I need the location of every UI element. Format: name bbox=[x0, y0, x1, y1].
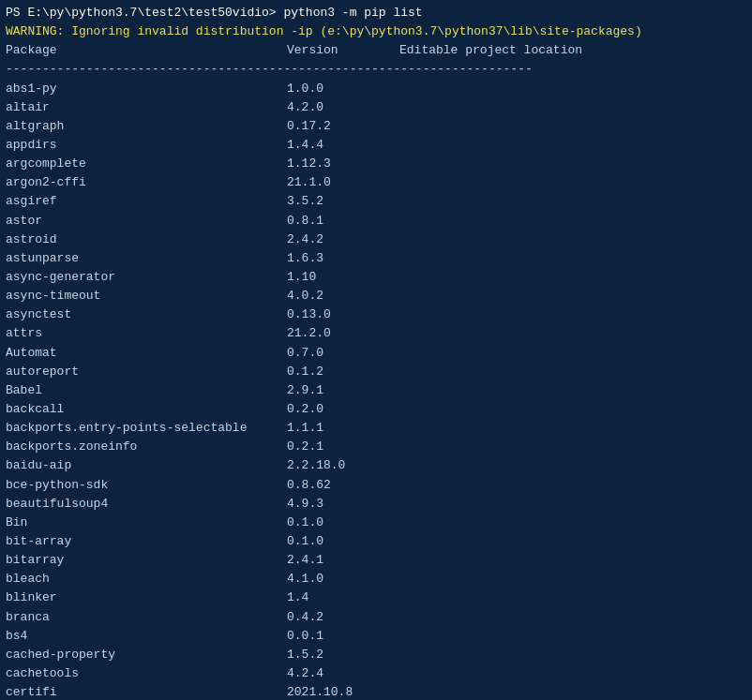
pkg-name: argcomplete bbox=[6, 155, 287, 173]
table-row: certifi2021.10.8 bbox=[6, 683, 746, 700]
table-row: async-timeout4.0.2 bbox=[6, 287, 746, 305]
pkg-name: beautifulsoup4 bbox=[6, 495, 287, 514]
pkg-name: blinker bbox=[6, 588, 287, 607]
pkg-version: 0.1.2 bbox=[287, 363, 399, 381]
pkg-version: 1.5.2 bbox=[287, 646, 399, 664]
table-row: astroid2.4.2 bbox=[6, 231, 746, 249]
pkg-name: bit-array bbox=[6, 532, 287, 551]
pkg-name: asgiref bbox=[6, 192, 287, 211]
col-version: Version bbox=[287, 41, 399, 60]
separator-line: ----------------------------------------… bbox=[6, 60, 746, 79]
pkg-version: 2021.10.8 bbox=[287, 683, 399, 700]
pkg-name: async-timeout bbox=[6, 287, 287, 305]
table-row: Babel2.9.1 bbox=[6, 381, 746, 400]
pkg-version: 3.5.2 bbox=[287, 192, 399, 211]
table-row: appdirs1.4.4 bbox=[6, 136, 746, 155]
pkg-name: asynctest bbox=[6, 305, 287, 324]
table-row: autoreport0.1.2 bbox=[6, 363, 746, 381]
pkg-name: astunparse bbox=[6, 249, 287, 268]
table-row: blinker1.4 bbox=[6, 588, 746, 607]
pkg-version: 0.8.62 bbox=[287, 476, 399, 495]
pkg-version: 21.1.0 bbox=[287, 173, 399, 192]
table-row: branca0.4.2 bbox=[6, 608, 746, 627]
pkg-name: attrs bbox=[6, 324, 287, 343]
warning-line: WARNING: Ignoring invalid distribution -… bbox=[6, 22, 746, 41]
pkg-version: 4.2.0 bbox=[287, 98, 399, 117]
table-row: bleach4.1.0 bbox=[6, 570, 746, 588]
table-row: baidu-aip2.2.18.0 bbox=[6, 456, 746, 475]
pkg-version: 4.0.2 bbox=[287, 287, 399, 305]
table-row: backports.entry-points-selectable1.1.1 bbox=[6, 419, 746, 438]
table-row: cachetools4.2.4 bbox=[6, 664, 746, 683]
table-row: altgraph0.17.2 bbox=[6, 117, 746, 136]
table-row: asgiref3.5.2 bbox=[6, 192, 746, 211]
pkg-name: appdirs bbox=[6, 136, 287, 155]
pkg-version: 4.9.3 bbox=[287, 495, 399, 514]
pkg-version: 0.17.2 bbox=[287, 117, 399, 136]
pkg-name: abs1-py bbox=[6, 80, 287, 98]
pkg-version: 0.0.1 bbox=[287, 627, 399, 646]
table-row: astunparse1.6.3 bbox=[6, 249, 746, 268]
pkg-version: 0.13.0 bbox=[287, 305, 399, 324]
pkg-version: 2.2.18.0 bbox=[287, 456, 399, 475]
table-row: argon2-cffi21.1.0 bbox=[6, 173, 746, 192]
table-row: async-generator1.10 bbox=[6, 268, 746, 287]
table-row: asynctest0.13.0 bbox=[6, 305, 746, 324]
table-row: abs1-py1.0.0 bbox=[6, 80, 746, 98]
pkg-name: altair bbox=[6, 98, 287, 117]
terminal-window: PS E:\py\python3.7\test2\test50vidio> py… bbox=[0, 0, 752, 700]
pkg-version: 2.4.1 bbox=[287, 551, 399, 570]
table-row: astor0.8.1 bbox=[6, 212, 746, 231]
pkg-version: 0.2.0 bbox=[287, 400, 399, 419]
pkg-name: bitarray bbox=[6, 551, 287, 570]
col-editable: Editable project location bbox=[399, 41, 582, 60]
pkg-version: 4.1.0 bbox=[287, 570, 399, 588]
pkg-name: Automat bbox=[6, 344, 287, 363]
table-row: bit-array0.1.0 bbox=[6, 532, 746, 551]
table-row: beautifulsoup44.9.3 bbox=[6, 495, 746, 514]
pkg-version: 4.2.4 bbox=[287, 664, 399, 683]
pkg-name: bs4 bbox=[6, 627, 287, 646]
pkg-version: 1.1.1 bbox=[287, 419, 399, 438]
pkg-name: Bin bbox=[6, 514, 287, 532]
pkg-version: 0.1.0 bbox=[287, 514, 399, 532]
pkg-name: baidu-aip bbox=[6, 456, 287, 475]
table-row: argcomplete1.12.3 bbox=[6, 155, 746, 173]
pkg-version: 1.12.3 bbox=[287, 155, 399, 173]
table-row: attrs21.2.0 bbox=[6, 324, 746, 343]
pkg-version: 1.0.0 bbox=[287, 80, 399, 98]
pkg-version: 2.4.2 bbox=[287, 231, 399, 249]
table-row: backports.zoneinfo0.2.1 bbox=[6, 438, 746, 456]
table-row: Bin0.1.0 bbox=[6, 514, 746, 532]
table-row: Automat0.7.0 bbox=[6, 344, 746, 363]
table-header: Package Version Editable project locatio… bbox=[6, 41, 746, 60]
pkg-version: 2.9.1 bbox=[287, 381, 399, 400]
pkg-version: 1.6.3 bbox=[287, 249, 399, 268]
pkg-name: branca bbox=[6, 608, 287, 627]
pkg-name: async-generator bbox=[6, 268, 287, 287]
table-row: backcall0.2.0 bbox=[6, 400, 746, 419]
pkg-name: cachetools bbox=[6, 664, 287, 683]
pkg-name: bleach bbox=[6, 570, 287, 588]
pkg-name: backports.entry-points-selectable bbox=[6, 419, 287, 438]
pkg-version: 0.8.1 bbox=[287, 212, 399, 231]
table-row: cached-property1.5.2 bbox=[6, 646, 746, 664]
pkg-version: 21.2.0 bbox=[287, 324, 399, 343]
pkg-version: 0.4.2 bbox=[287, 608, 399, 627]
package-list: abs1-py1.0.0altair4.2.0altgraph0.17.2app… bbox=[6, 80, 746, 700]
command-line: PS E:\py\python3.7\test2\test50vidio> py… bbox=[6, 4, 746, 22]
table-row: bitarray2.4.1 bbox=[6, 551, 746, 570]
pkg-name: backports.zoneinfo bbox=[6, 438, 287, 456]
table-row: altair4.2.0 bbox=[6, 98, 746, 117]
pkg-name: Babel bbox=[6, 381, 287, 400]
pkg-version: 0.7.0 bbox=[287, 344, 399, 363]
pkg-version: 1.4.4 bbox=[287, 136, 399, 155]
pkg-name: bce-python-sdk bbox=[6, 476, 287, 495]
table-row: bs40.0.1 bbox=[6, 627, 746, 646]
pkg-name: astor bbox=[6, 212, 287, 231]
col-package: Package bbox=[6, 41, 287, 60]
table-row: bce-python-sdk0.8.62 bbox=[6, 476, 746, 495]
pkg-name: astroid bbox=[6, 231, 287, 249]
pkg-name: altgraph bbox=[6, 117, 287, 136]
pkg-version: 0.2.1 bbox=[287, 438, 399, 456]
